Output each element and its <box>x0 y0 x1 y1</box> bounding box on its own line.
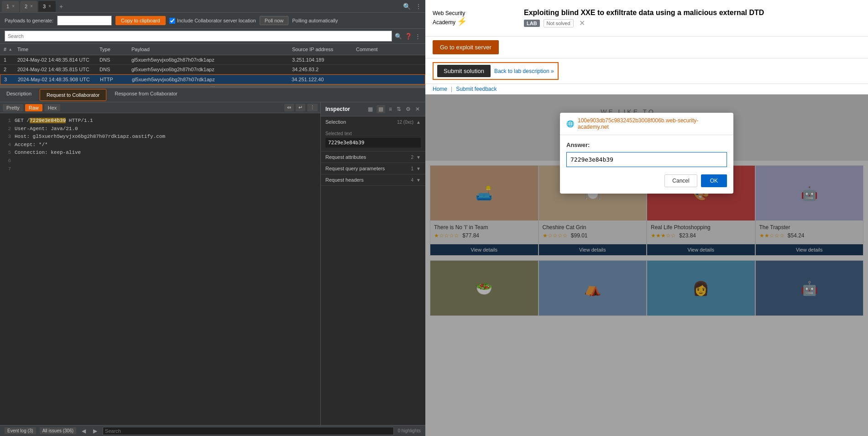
payloads-input[interactable] <box>57 16 112 26</box>
inspector-settings-icon[interactable]: ⚙ <box>405 106 412 112</box>
query-params-count: 1 <box>411 166 414 171</box>
forward-btn[interactable]: ▶ <box>91 428 99 434</box>
cell-num: 3 <box>0 75 14 84</box>
tab-3-label: 3 <box>43 4 46 9</box>
selection-content: Selected text 7229e3e84b39 <box>321 127 425 151</box>
collaborator-table: # ▲ Time Type Payload Source IP address … <box>0 44 425 84</box>
status-search-input[interactable] <box>103 427 394 435</box>
tab-1-close[interactable]: × <box>12 4 15 9</box>
submit-solution-area: Submit solution Back to lab description … <box>425 58 868 84</box>
go-to-exploit-server-button[interactable]: Go to exploit server <box>433 40 499 54</box>
submit-feedback-link[interactable]: Submit feedback <box>456 86 497 92</box>
search-help-icon[interactable]: ❓ <box>405 33 412 40</box>
logo-line2-text: Academy <box>433 19 455 26</box>
tab-add-btn[interactable]: + <box>57 3 66 10</box>
not-solved-badge: Not solved <box>544 19 574 27</box>
request-attributes-chevron: ▼ <box>416 155 421 160</box>
submit-solution-box: Submit solution Back to lab description … <box>433 62 559 80</box>
include-location-checkbox[interactable] <box>169 18 175 24</box>
back-to-lab-link[interactable]: Back to lab description » <box>494 68 554 74</box>
burp-suite-panel: 1 × 2 × 3 × + 🔍 ⋮ Payloads to generate: … <box>0 0 425 436</box>
tab-search-icon[interactable]: 🔍 <box>400 3 413 10</box>
tab-menu-icon[interactable]: ⋮ <box>413 3 424 10</box>
editor-toolbar: Pretty Raw Hex ⇔ ↵ ⋮ <box>0 102 320 113</box>
tab-2[interactable]: 2 × <box>20 1 37 12</box>
table-row[interactable]: 2 2024-May-02 14:48:35.815 UTC DNS gl5xu… <box>0 65 425 74</box>
col-header-time: Time <box>14 46 96 53</box>
submit-solution-button[interactable]: Submit solution <box>437 65 491 77</box>
highlight-param[interactable]: 7229e3e84b39 <box>30 118 66 123</box>
cancel-button[interactable]: Cancel <box>664 174 697 187</box>
event-log-button[interactable]: Event log (3) <box>5 427 36 434</box>
table-row-selected[interactable]: 3 2024-May-02 14:48:35.908 UTC HTTP gl5x… <box>0 74 425 84</box>
page-title: Exploiting blind XXE to exfiltrate data … <box>524 9 861 17</box>
search-input-wrap <box>5 31 392 42</box>
wsa-panel: Web Security Academy ⚡ Exploiting blind … <box>425 0 868 436</box>
tab-response-from-collaborator[interactable]: Response from Collaborator <box>108 88 184 102</box>
globe-icon: 🌐 <box>566 120 574 127</box>
inspector-request-headers-header[interactable]: Request headers 4 ▼ <box>321 174 425 185</box>
request-attributes-title: Request attributes <box>325 154 411 160</box>
line-num: 1 <box>4 117 11 125</box>
inspector-request-attributes-section: Request attributes 2 ▼ <box>321 152 425 163</box>
inspector-grid-icon[interactable]: ▦ <box>367 106 374 112</box>
cell-type: HTTP <box>96 75 128 84</box>
editor-tab-pretty[interactable]: Pretty <box>3 104 23 111</box>
editor-wrap-btn[interactable]: ⇔ <box>284 104 294 111</box>
answer-input[interactable] <box>566 152 727 167</box>
cell-time: 2024-May-02 14:48:35.908 UTC <box>14 75 96 84</box>
all-issues-button[interactable]: All issues (306) <box>40 427 76 434</box>
modal-overlay: 🌐 100e903db75c9832452b3008f006b.web-secu… <box>425 95 868 436</box>
search-menu-icon[interactable]: ⋮ <box>415 33 421 40</box>
inspector-view-icon[interactable]: ▦ <box>376 105 385 113</box>
answer-modal: 🌐 100e903db75c9832452b3008f006b.web-secu… <box>560 113 733 194</box>
answer-label: Answer: <box>566 142 727 148</box>
col-header-num: # ▲ <box>0 46 14 53</box>
include-location-checkbox-label[interactable]: Include Collaborator server location <box>169 18 256 24</box>
inspector-sort-icon[interactable]: ⇅ <box>396 106 402 112</box>
tab-description[interactable]: Description <box>0 88 38 102</box>
code-content: 1 GET /7229e3e84b39 HTTP/1.1 2 User-Agen… <box>0 113 320 425</box>
polling-auto-label: Polling automatically <box>292 18 338 23</box>
inspector-panel: Inspector ▦ ▦ ≡ ⇅ ⚙ ✕ Selection 12 (0xc)… <box>320 102 425 425</box>
tab-3[interactable]: 3 × <box>38 1 56 12</box>
wsa-header: Web Security Academy ⚡ Exploiting blind … <box>425 0 868 37</box>
search-input[interactable] <box>8 33 389 39</box>
cell-payload: gl5xuerh5wyvjxo6bg2h87h07rdk1apz <box>128 65 288 74</box>
inspector-align-icon[interactable]: ≡ <box>388 106 393 112</box>
cell-type: DNS <box>96 55 128 64</box>
sort-arrow-num: ▲ <box>8 47 12 52</box>
code-line: 1 GET /7229e3e84b39 HTTP/1.1 <box>4 117 317 125</box>
resize-divider[interactable]: ⋯ <box>0 84 425 88</box>
back-btn[interactable]: ◀ <box>80 428 88 434</box>
code-line: 5 Connection: keep-alive <box>4 149 317 157</box>
highlights-count: 0 highlights <box>397 428 421 433</box>
editor-indent-btn[interactable]: ↵ <box>296 104 305 111</box>
ok-button[interactable]: OK <box>701 174 727 187</box>
tab-1[interactable]: 1 × <box>2 1 19 12</box>
poll-now-button[interactable]: Poll now <box>260 16 289 25</box>
tab-3-close[interactable]: × <box>48 4 51 9</box>
tab-2-close[interactable]: × <box>30 4 33 9</box>
query-params-title: Request query parameters <box>325 166 411 171</box>
inspector-query-params-header[interactable]: Request query parameters 1 ▼ <box>321 163 425 174</box>
editor-menu-btn[interactable]: ⋮ <box>307 104 318 111</box>
search-icon[interactable]: 🔍 <box>395 33 402 40</box>
selection-title: Selection <box>325 119 397 125</box>
copy-to-clipboard-button[interactable]: Copy to clipboard <box>115 16 166 25</box>
home-link[interactable]: Home <box>433 86 447 92</box>
editor-tab-raw[interactable]: Raw <box>25 104 42 111</box>
query-params-chevron: ▼ <box>416 166 421 171</box>
editor-tab-hex[interactable]: Hex <box>44 104 61 111</box>
wsa-nav: Home | Submit feedback <box>425 84 868 95</box>
lab-close-icon[interactable]: ✕ <box>577 19 587 27</box>
inspector-request-attributes-header[interactable]: Request attributes 2 ▼ <box>321 152 425 163</box>
table-row[interactable]: 1 2024-May-02 14:48:35.814 UTC DNS gl5xu… <box>0 55 425 65</box>
request-attributes-count: 2 <box>411 155 414 160</box>
inspector-selection-header[interactable]: Selection 12 (0xc) ▲ <box>321 116 425 127</box>
tab-request-to-collaborator[interactable]: Request to Collaborator <box>40 89 106 101</box>
payloads-label: Payloads to generate: <box>5 18 53 23</box>
wsa-logo-area: Web Security Academy ⚡ <box>425 0 517 36</box>
code-text: Connection: keep-alive <box>15 149 81 157</box>
inspector-close-icon[interactable]: ✕ <box>414 106 421 112</box>
